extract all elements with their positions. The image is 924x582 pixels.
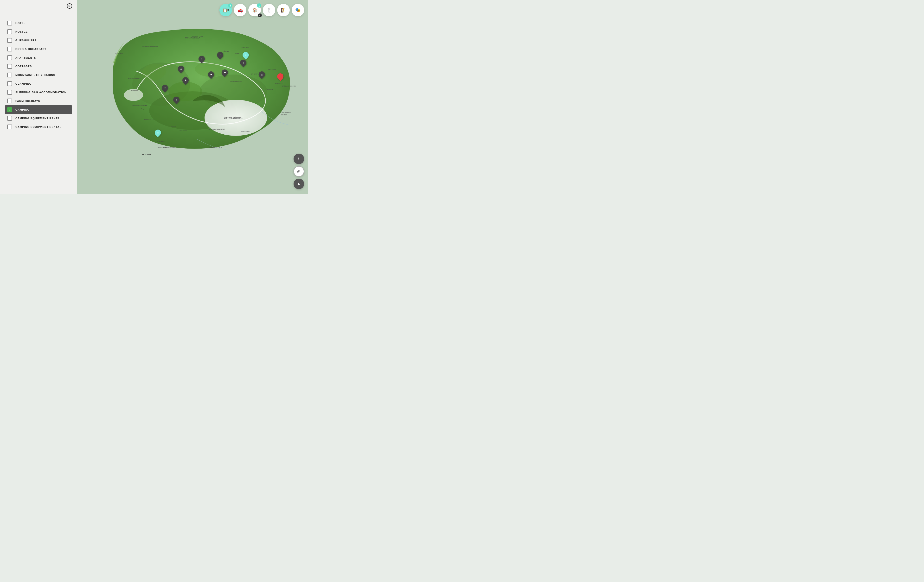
svg-text:ALDEYJARFOSS: ALDEYJARFOSS (230, 81, 241, 82)
close-button[interactable]: ✕ (65, 3, 72, 9)
filter-item-campingrental1[interactable]: CAMPING EQUIPMENT RENTAL (5, 114, 72, 123)
filter-label-glamping: GLAMPING (15, 82, 31, 85)
map-toolbar: 📋 33🚗🏠1✕🍴🧗🎭 (219, 4, 304, 16)
svg-text:DEILDARTUNGUHVER: DEILDARTUNGUHVER (132, 105, 147, 106)
filter-item-camping[interactable]: CAMPING (5, 105, 72, 114)
checkbox-guesthouse (7, 38, 12, 43)
navigate-icon: ➤ (297, 182, 300, 186)
close-icon: ✕ (67, 3, 72, 9)
toolbar-btn-docs[interactable]: 📋 33 (219, 4, 232, 16)
filter-label-hotel: HOTEL (15, 21, 25, 25)
svg-text:LAKE MÝ...: LAKE MÝ... (251, 73, 259, 75)
map-background: VATNAJÖKULL TROLLPENINSULA LANGANES DETT… (77, 0, 308, 194)
svg-text:REYKJAVÍK: REYKJAVÍK (142, 153, 152, 155)
close-bar: ✕ (0, 0, 77, 11)
navigate-button[interactable]: ➤ (294, 179, 304, 189)
svg-text:REYKJAFOSS: REYKJAFOSS (158, 147, 167, 148)
checkbox-bnb (7, 47, 12, 51)
filter-item-sleepingbag[interactable]: SLEEPING BAG ACCOMMODATION (5, 88, 72, 97)
filter-item-hotel[interactable]: HOTEL (5, 19, 72, 27)
filter-item-guesthouse[interactable]: GUESHOUSES (5, 36, 72, 45)
svg-text:GRÁBRÓKARHRAUNIN: GRÁBRÓKARHRAUNIN (142, 46, 158, 47)
toolbar-btn-mask[interactable]: 🎭 (292, 4, 304, 16)
svg-text:STUÐLAGIL: STUÐLAGIL (266, 89, 274, 90)
sidebar: ✕ HOTEL HOSTEL GUESHOUSES BRED & BREAKFA… (0, 0, 77, 194)
section-title (0, 13, 77, 19)
filter-label-farmholidays: FARM HOLIDAYS (15, 100, 40, 102)
checkbox-mountainhuts (7, 72, 12, 77)
svg-text:HVERAVELLIR: HVERAVELLIR (144, 119, 155, 120)
svg-text:SNÆFELLSJÖKULL: SNÆFELLSJÖKULL (128, 78, 142, 80)
filter-label-cottages: COTTAGES (15, 65, 32, 68)
filter-item-cottages[interactable]: COTTAGES (5, 62, 72, 71)
svg-text:HÚSAVÍK: HÚSAVÍK (223, 51, 229, 52)
filter-title (0, 11, 77, 13)
filter-label-camping: CAMPING (15, 108, 30, 111)
filter-label-campingrental2: CAMPING EQUIPMENT RENTAL (15, 125, 61, 128)
svg-text:DYNJANDI: DYNJANDI (116, 53, 123, 54)
filter-label-sleepingbag: SLEEPING BAG ACCOMMODATION (15, 91, 66, 94)
checkbox-cottages (7, 64, 12, 69)
checkbox-hotel (7, 21, 12, 25)
checkbox-camping (7, 107, 12, 112)
filter-label-hostel: HOSTEL (15, 30, 28, 33)
car-icon: 🚗 (238, 7, 243, 13)
svg-text:GULLFOSS: GULLFOSS (179, 130, 187, 131)
filter-label-apartments: APARTMENTS (15, 56, 36, 59)
docs-count: 3 (228, 9, 229, 12)
svg-text:Borgarnes: Borgarnes (141, 108, 148, 110)
svg-text:SKAFTAFELL: SKAFTAFELL (241, 131, 250, 132)
badge-close-house: ✕ (258, 13, 262, 17)
filter-item-apartments[interactable]: APARTMENTS (5, 53, 72, 62)
checkbox-sleepingbag (7, 90, 12, 95)
checkbox-campingrental1 (7, 116, 12, 121)
filter-item-campingrental2[interactable]: CAMPING EQUIPMENT RENTAL (5, 123, 72, 131)
filter-label-bnb: BRED & BREAKFAST (15, 48, 46, 51)
toolbar-btn-hike[interactable]: 🧗 (277, 4, 290, 16)
toolbar-btn-car[interactable]: 🚗 (234, 4, 246, 16)
map-area: VATNAJÖKULL TROLLPENINSULA LANGANES DETT… (77, 0, 308, 194)
mask-icon: 🎭 (295, 7, 300, 13)
svg-text:DETTIFOSS: DETTIFOSS (268, 69, 276, 70)
svg-text:ÞÓRSMÖRK: ÞÓRSMÖRK (157, 141, 165, 142)
filter-label-campingrental1: CAMPING EQUIPMENT RENTAL (15, 117, 61, 120)
filter-label-guesthouse: GUESHOUSES (15, 39, 36, 42)
docs-icon: 📋 (223, 8, 228, 13)
checkbox-glamping (7, 81, 12, 86)
info-button[interactable]: ℹ (294, 154, 304, 164)
map-bottom-buttons: ℹ◎➤ (294, 154, 304, 189)
toolbar-btn-food[interactable]: 🍴 (263, 4, 275, 16)
filter-item-bnb[interactable]: BRED & BREAKFAST (5, 45, 72, 53)
svg-text:DRETTIFHLAUP: DRETTIFHLAUP (192, 36, 203, 38)
svg-text:ÁSBYRGI: ÁSBYRGI (235, 53, 242, 54)
svg-text:BÚSTARFELL: BÚSTARFELL (275, 83, 285, 84)
location-icon: ◎ (297, 169, 300, 174)
filter-item-hostel[interactable]: HOSTEL (5, 27, 72, 36)
checkbox-farmholidays (7, 99, 12, 104)
food-icon: 🍴 (266, 7, 272, 13)
filter-item-glamping[interactable]: GLAMPING (5, 79, 72, 88)
badge-house: 1 (257, 3, 261, 8)
svg-text:GEYSIR: GEYSIR (171, 126, 176, 128)
svg-text:STÖÐVARFJÖRÐUR: STÖÐVARFJÖRÐUR (282, 85, 296, 87)
filter-item-mountainhuts[interactable]: MOUNTAINHUTS & CABINS (5, 71, 72, 79)
svg-text:LANGANES: LANGANES (242, 47, 249, 48)
svg-text:LANDMANNALAUGAR: LANDMANNALAUGAR (208, 128, 226, 130)
checkbox-hostel (7, 29, 12, 34)
checkbox-campingrental2 (7, 125, 12, 129)
info-icon: ℹ (298, 157, 300, 161)
svg-text:WILDERNESS: WILDERNESS (282, 112, 291, 113)
filter-list: HOTEL HOSTEL GUESHOUSES BRED & BREAKFAST… (0, 19, 77, 131)
house-icon: 🏠 (252, 7, 257, 13)
hike-icon: 🧗 (281, 7, 286, 13)
checkbox-apartments (7, 55, 12, 60)
svg-text:ELDBORG: ELDBORG (131, 90, 139, 92)
toolbar-btn-house[interactable]: 🏠1✕ (248, 4, 261, 16)
svg-text:VATNAJÖKULL: VATNAJÖKULL (224, 117, 243, 120)
badge-docs: 3 (228, 3, 233, 8)
svg-text:CENTER: CENTER (281, 114, 287, 116)
location-button[interactable]: ◎ (294, 166, 304, 177)
filter-label-mountainhuts: MOUNTAINHUTS & CABINS (15, 74, 55, 76)
filter-item-farmholidays[interactable]: FARM HOLIDAYS (5, 97, 72, 105)
